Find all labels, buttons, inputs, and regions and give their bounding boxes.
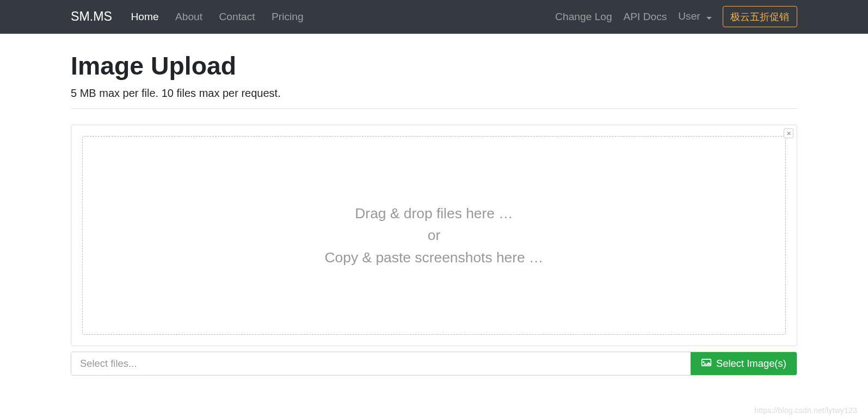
nav-apidocs[interactable]: API Docs bbox=[618, 7, 673, 27]
close-icon[interactable]: ✕ bbox=[784, 128, 793, 138]
nav-home[interactable]: Home bbox=[122, 7, 167, 27]
brand-logo[interactable]: SM.MS bbox=[71, 9, 112, 24]
nav-about[interactable]: About bbox=[167, 7, 211, 27]
page-subtitle: 5 MB max per file. 10 files max per requ… bbox=[71, 87, 797, 109]
nav-left: Home About Contact Pricing bbox=[122, 7, 312, 27]
select-image-button[interactable]: Select Image(s) bbox=[691, 352, 797, 375]
nav-right: Change Log API Docs User 极云五折促销 bbox=[550, 6, 797, 27]
promo-button[interactable]: 极云五折促销 bbox=[723, 6, 797, 27]
file-caption-input[interactable]: Select files... bbox=[71, 352, 691, 375]
nav-user-dropdown[interactable]: User bbox=[673, 6, 717, 27]
navbar: SM.MS Home About Contact Pricing Change … bbox=[0, 0, 868, 34]
chevron-down-icon bbox=[706, 11, 712, 23]
dropzone-text-2: or bbox=[428, 227, 440, 244]
dropzone-text-3: Copy & paste screenshots here … bbox=[325, 249, 544, 266]
page-title: Image Upload bbox=[71, 51, 797, 81]
select-image-label: Select Image(s) bbox=[716, 358, 786, 370]
nav-changelog[interactable]: Change Log bbox=[550, 7, 618, 27]
dropzone[interactable]: Drag & drop files here … or Copy & paste… bbox=[82, 136, 786, 335]
nav-user-label: User bbox=[678, 10, 700, 22]
file-input-row: Select files... Select Image(s) bbox=[71, 352, 797, 376]
main-container: Image Upload 5 MB max per file. 10 files… bbox=[63, 51, 805, 376]
image-icon bbox=[701, 358, 712, 370]
nav-contact[interactable]: Contact bbox=[211, 7, 263, 27]
upload-panel: ✕ Drag & drop files here … or Copy & pas… bbox=[71, 125, 797, 346]
nav-pricing[interactable]: Pricing bbox=[263, 7, 312, 27]
dropzone-text-1: Drag & drop files here … bbox=[355, 205, 513, 222]
